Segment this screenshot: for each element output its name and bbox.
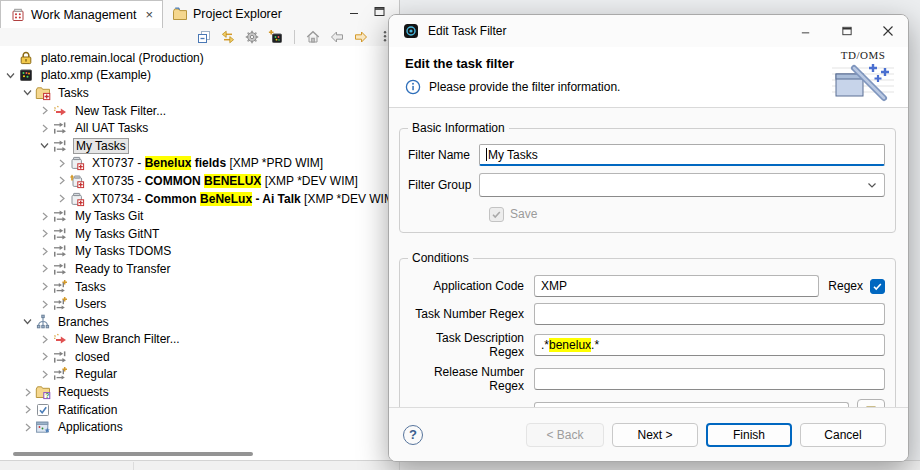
task-number-regex-input[interactable] [534, 303, 885, 325]
chevron-right-icon[interactable] [38, 280, 51, 293]
chevron-right-icon[interactable] [38, 368, 51, 381]
tree-row[interactable]: Applications [0, 418, 398, 436]
horizontal-scrollbar[interactable] [0, 449, 398, 460]
sync-icon[interactable] [220, 29, 236, 45]
filter-plus-icon [52, 279, 68, 295]
close-icon[interactable] [882, 25, 894, 37]
tree-row[interactable]: My Tasks [0, 137, 398, 155]
chevron-right-icon[interactable] [55, 174, 68, 187]
tab-project-explorer[interactable]: Project Explorer [163, 0, 291, 28]
dialog-titlebar[interactable]: Edit Task Filter [389, 15, 908, 47]
tree-item-label: plato.remain.local (Production) [39, 51, 206, 65]
task-description-regex-input[interactable]: .*benelux.* [534, 334, 885, 356]
minimize-view-icon[interactable] [348, 5, 361, 18]
regex-checkbox[interactable] [870, 279, 885, 294]
brand-text: TD/OMS [828, 49, 898, 61]
tree-row[interactable]: Branches [0, 313, 398, 331]
chevron-down-icon[interactable] [21, 86, 34, 99]
tree-row[interactable]: New Task Filter... [0, 102, 398, 120]
gear-icon[interactable] [244, 29, 260, 45]
tree-row[interactable]: XT0735 - COMMON BENELUX [XMP *DEV WIM] [0, 172, 398, 190]
status-divider [133, 462, 134, 470]
group-legend: Basic Information [408, 121, 509, 135]
tree-row[interactable]: Regular [0, 366, 398, 384]
chevron-down-icon[interactable] [38, 139, 51, 152]
filter-group-combo[interactable] [479, 173, 885, 197]
back-icon[interactable] [329, 29, 345, 45]
filter-name-label: Filter Name [408, 148, 479, 162]
lock-icon [18, 50, 34, 66]
tree-row[interactable]: My Tasks Git [0, 207, 398, 225]
tree-row[interactable]: ?Requests [0, 383, 398, 401]
help-button[interactable]: ? [403, 425, 423, 445]
chevron-right-icon[interactable] [38, 333, 51, 346]
tree-row[interactable]: Users [0, 295, 398, 313]
tree-row[interactable]: plato.xmp (Example) [0, 67, 398, 85]
filter-name-value: My Tasks [488, 148, 538, 162]
tree-row[interactable]: XT0734 - Common BeNeLux - Ai Talk [XMP *… [0, 190, 398, 208]
chevron-down-icon[interactable] [21, 315, 34, 328]
tree-item-label: Users [73, 297, 108, 311]
release-number-regex-input[interactable] [534, 368, 885, 390]
tree-row[interactable]: New Branch Filter... [0, 331, 398, 349]
regex-highlight: benelux [549, 338, 591, 352]
chevron-right-icon[interactable] [21, 403, 34, 416]
chevron-right-icon[interactable] [38, 104, 51, 117]
minimize-icon[interactable] [800, 25, 812, 37]
tasks-folder-icon [35, 85, 51, 101]
tree-item-label: Tasks [73, 280, 108, 294]
tree-item-label: Ratification [56, 403, 119, 417]
home-icon[interactable] [305, 29, 321, 45]
next-button[interactable]: Next > [612, 423, 698, 447]
tree-row[interactable]: Tasks [0, 278, 398, 296]
tree-row[interactable]: All UAT Tasks [0, 119, 398, 137]
close-icon[interactable]: × [145, 8, 153, 21]
chevron-right-icon[interactable] [21, 421, 34, 434]
chevron-right-icon[interactable] [38, 122, 51, 135]
chevron-right-icon[interactable] [55, 192, 68, 205]
tree-row[interactable]: Tasks [0, 84, 398, 102]
connection-new-icon[interactable] [268, 29, 284, 45]
tree: plato.remain.local (Production)plato.xmp… [0, 47, 398, 450]
chevron-right-icon[interactable] [38, 245, 51, 258]
chevron-down-icon[interactable] [4, 69, 17, 82]
chevron-right-icon[interactable] [38, 227, 51, 240]
filter-icon [52, 138, 68, 154]
tree-row[interactable]: XT0737 - Benelux fields [XMP *PRD WIM] [0, 155, 398, 173]
edit-task-filter-dialog: Edit Task Filter Edit the task filter Pl… [388, 14, 909, 462]
dialog-button-bar: ? < Back Next > Finish Cancel [389, 407, 908, 461]
chevron-right-icon[interactable] [38, 210, 51, 223]
tree-row[interactable]: plato.remain.local (Production) [0, 49, 398, 67]
filter-icon [52, 349, 68, 365]
scrollbar-thumb[interactable] [13, 452, 253, 456]
chevron-right-icon[interactable] [55, 157, 68, 170]
tree-row[interactable]: closed [0, 348, 398, 366]
chevron-right-icon[interactable] [38, 298, 51, 311]
finish-button[interactable]: Finish [706, 423, 792, 447]
maximize-icon[interactable] [841, 25, 853, 37]
tree-row[interactable]: My Tasks GitNT [0, 225, 398, 243]
tree-item-label: My Tasks GitNT [73, 227, 161, 241]
cancel-button[interactable]: Cancel [800, 423, 886, 447]
chevron-right-icon[interactable] [38, 350, 51, 363]
tree-item-label: XT0737 - Benelux fields [XMP *PRD WIM] [90, 156, 325, 170]
chevron-right-icon[interactable] [38, 262, 51, 275]
application-code-input[interactable]: XMP [534, 275, 819, 297]
filter-icon [52, 243, 68, 259]
chevron-down-icon[interactable] [866, 179, 878, 191]
filter-name-input[interactable]: My Tasks [479, 144, 885, 166]
tree-row[interactable]: Ratification [0, 401, 398, 419]
tree-row[interactable]: My Tasks TDOMS [0, 243, 398, 261]
view-tabs: Work Management × Project Explorer [0, 0, 399, 28]
chevron-right-icon[interactable] [21, 386, 34, 399]
tree-row[interactable]: Ready to Transfer [0, 260, 398, 278]
tree-item-label: My Tasks Git [73, 209, 145, 223]
maximize-view-icon[interactable] [373, 5, 386, 18]
app-icon [403, 23, 419, 39]
forward-icon[interactable] [353, 29, 369, 45]
tab-label: Project Explorer [193, 7, 282, 21]
collapse-all-icon[interactable] [196, 29, 212, 45]
tree-item-label: Requests [56, 385, 111, 399]
tab-work-management[interactable]: Work Management × [0, 0, 163, 28]
filter-plus-icon [52, 366, 68, 382]
